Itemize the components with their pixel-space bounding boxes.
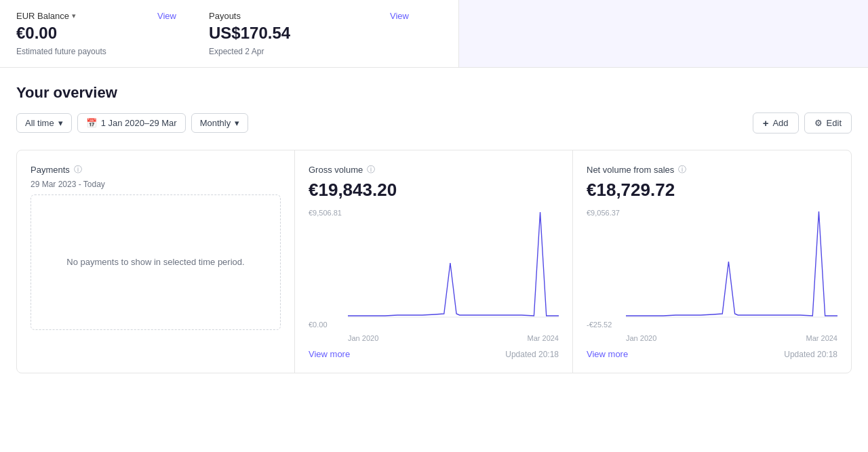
net-volume-updated: Updated 20:18 xyxy=(784,350,837,359)
payouts-header-row: Payouts View xyxy=(209,11,409,21)
top-bar-right-panel xyxy=(458,0,869,67)
net-volume-title: Net volume from sales xyxy=(587,165,674,175)
gross-volume-card: Gross volume ⓘ €19,843.20 €9,506.81 €0.0… xyxy=(295,150,573,373)
payouts-section: Payouts View US$170.54 Expected 2 Apr xyxy=(209,11,409,56)
top-bar: EUR Balance ▾ View €0.00 Estimated futur… xyxy=(0,0,868,68)
all-time-chevron-icon: ▾ xyxy=(58,118,63,128)
payments-date-range: 29 Mar 2023 - Today xyxy=(31,180,281,189)
net-volume-chart-wrap: €9,056.37 -€25.52 Jan 2020 Mar 2024 xyxy=(587,209,837,342)
net-volume-info-icon[interactable]: ⓘ xyxy=(678,164,686,176)
eur-balance-view-link[interactable]: View xyxy=(157,11,176,21)
add-label: Add xyxy=(772,118,788,128)
all-time-label: All time xyxy=(25,118,54,128)
eur-balance-amount: €0.00 xyxy=(16,24,176,43)
payments-info-icon[interactable]: ⓘ xyxy=(74,164,82,176)
gross-volume-x-end: Mar 2024 xyxy=(528,334,559,342)
gross-volume-title: Gross volume xyxy=(309,165,363,175)
gross-volume-footer: View more Updated 20:18 xyxy=(309,349,559,359)
date-range-button[interactable]: 📅 1 Jan 2020–29 Mar xyxy=(77,113,186,133)
net-volume-chart-svg xyxy=(626,209,837,331)
net-volume-y-min: -€25.52 xyxy=(587,321,612,329)
filter-bar: All time ▾ 📅 1 Jan 2020–29 Mar Monthly ▾… xyxy=(16,112,852,133)
gross-volume-chart-wrap: €9,506.81 €0.00 Jan 2020 Mar 2024 xyxy=(309,209,559,342)
eur-balance-title: EUR Balance xyxy=(16,11,69,21)
gear-icon: ⚙ xyxy=(814,118,823,128)
net-volume-x-end: Mar 2024 xyxy=(806,334,837,342)
edit-button[interactable]: ⚙ Edit xyxy=(804,112,852,133)
overview-section: Your overview All time ▾ 📅 1 Jan 2020–29… xyxy=(0,68,868,133)
net-volume-amount: €18,729.72 xyxy=(587,180,837,201)
gross-volume-svg-container: Jan 2020 Mar 2024 xyxy=(348,209,559,342)
payouts-label: Payouts xyxy=(209,11,241,21)
gross-volume-amount: €19,843.20 xyxy=(309,180,559,201)
net-volume-card: Net volume from sales ⓘ €18,729.72 €9,05… xyxy=(573,150,851,373)
calendar-icon: 📅 xyxy=(86,118,97,128)
eur-balance-subtext: Estimated future payouts xyxy=(16,47,176,56)
payments-card: Payments ⓘ 29 Mar 2023 - Today No paymen… xyxy=(17,150,295,373)
payouts-title: Payouts xyxy=(209,11,241,21)
page-title: Your overview xyxy=(16,84,852,102)
gross-volume-x-start: Jan 2020 xyxy=(348,334,378,342)
eur-balance-label: EUR Balance ▾ xyxy=(16,11,76,21)
net-volume-view-more[interactable]: View more xyxy=(587,349,628,359)
payments-card-title: Payments xyxy=(31,165,70,175)
net-volume-svg-container: Jan 2020 Mar 2024 xyxy=(626,209,837,342)
payments-empty-message: No payments to show in selected time per… xyxy=(66,255,244,269)
period-label: Monthly xyxy=(200,118,231,128)
net-volume-x-labels: Jan 2020 Mar 2024 xyxy=(626,334,837,342)
cards-grid: Payments ⓘ 29 Mar 2023 - Today No paymen… xyxy=(16,150,852,373)
gross-volume-x-labels: Jan 2020 Mar 2024 xyxy=(348,334,559,342)
gross-volume-y-max: €9,506.81 xyxy=(309,209,342,217)
net-volume-footer: View more Updated 20:18 xyxy=(587,349,837,359)
gross-volume-y-min: €0.00 xyxy=(309,321,328,329)
gross-volume-chart-svg xyxy=(348,209,559,331)
gross-volume-view-more[interactable]: View more xyxy=(309,349,350,359)
eur-balance-header-row: EUR Balance ▾ View xyxy=(16,11,176,21)
period-button[interactable]: Monthly ▾ xyxy=(191,113,249,133)
net-volume-header: Net volume from sales ⓘ xyxy=(587,164,837,176)
net-volume-x-start: Jan 2020 xyxy=(626,334,656,342)
gross-volume-updated: Updated 20:18 xyxy=(505,350,559,359)
chevron-down-icon[interactable]: ▾ xyxy=(72,12,76,20)
edit-label: Edit xyxy=(827,118,842,128)
net-volume-y-max: €9,056.37 xyxy=(587,209,620,217)
plus-icon: + xyxy=(763,117,769,129)
payments-empty-chart: No payments to show in selected time per… xyxy=(31,194,281,330)
balance-items: EUR Balance ▾ View €0.00 Estimated futur… xyxy=(16,11,426,56)
payouts-subtext: Expected 2 Apr xyxy=(209,47,409,56)
payouts-view-link[interactable]: View xyxy=(390,11,409,21)
period-chevron-icon: ▾ xyxy=(235,118,239,128)
payments-card-header: Payments ⓘ xyxy=(31,164,281,176)
payouts-amount: US$170.54 xyxy=(209,24,409,43)
all-time-button[interactable]: All time ▾ xyxy=(16,113,72,133)
gross-volume-header: Gross volume ⓘ xyxy=(309,164,559,176)
eur-balance-section: EUR Balance ▾ View €0.00 Estimated futur… xyxy=(16,11,176,56)
add-button[interactable]: + Add xyxy=(753,112,799,133)
gross-volume-info-icon[interactable]: ⓘ xyxy=(367,164,375,176)
date-range-label: 1 Jan 2020–29 Mar xyxy=(101,118,177,128)
toolbar-right: + Add ⚙ Edit xyxy=(753,112,852,133)
